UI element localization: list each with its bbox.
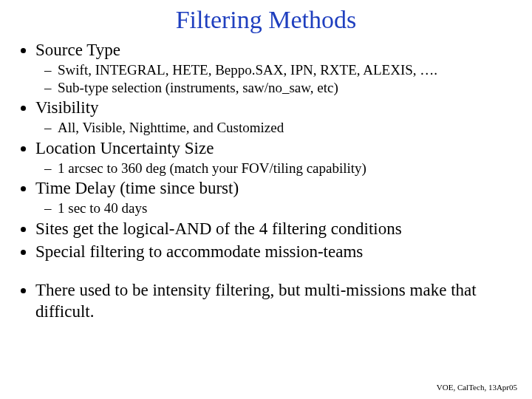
bullet-list: Source Type Swift, INTEGRAL, HETE, Beppo… <box>16 40 516 262</box>
bullet-logical-and: Sites get the logical-AND of the 4 filte… <box>35 219 516 240</box>
bullet-text: Time Delay (time since burst) <box>35 179 239 197</box>
bullet-list-2: There used to be intensity filtering, bu… <box>16 280 516 323</box>
spacer <box>16 262 516 279</box>
bullet-intensity-note: There used to be intensity filtering, bu… <box>35 280 516 323</box>
bullet-visibility: Visibility All, Visible, Nighttime, and … <box>35 98 516 137</box>
bullet-text: Visibility <box>35 98 99 117</box>
sub-list: 1 sec to 40 days <box>35 200 516 217</box>
bullet-text: Source Type <box>35 41 120 59</box>
sub-list: All, Visible, Nighttime, and Customized <box>35 119 516 137</box>
sub-list: 1 arcsec to 360 deg (match your FOV/tili… <box>35 160 516 177</box>
slide-footer: VOE, CalTech, 13Apr05 <box>437 383 517 392</box>
sub-bullet: Sub-type selection (instruments, saw/no_… <box>58 79 516 97</box>
bullet-time-delay: Time Delay (time since burst) 1 sec to 4… <box>35 178 516 217</box>
sub-bullet: All, Visible, Nighttime, and Customized <box>58 119 516 137</box>
bullet-location-uncertainty: Location Uncertainty Size 1 arcsec to 36… <box>35 138 516 177</box>
sub-bullet: 1 arcsec to 360 deg (match your FOV/tili… <box>58 160 516 177</box>
bullet-text: Location Uncertainty Size <box>35 139 214 157</box>
sub-list: Swift, INTEGRAL, HETE, Beppo.SAX, IPN, R… <box>35 61 516 97</box>
slide-title: Filtering Methods <box>16 6 516 34</box>
slide: Filtering Methods Source Type Swift, INT… <box>0 0 532 399</box>
sub-bullet: 1 sec to 40 days <box>58 200 516 217</box>
bullet-special-filtering: Special filtering to accommodate mission… <box>35 242 516 263</box>
bullet-source-type: Source Type Swift, INTEGRAL, HETE, Beppo… <box>35 40 516 96</box>
sub-bullet: Swift, INTEGRAL, HETE, Beppo.SAX, IPN, R… <box>58 61 516 79</box>
